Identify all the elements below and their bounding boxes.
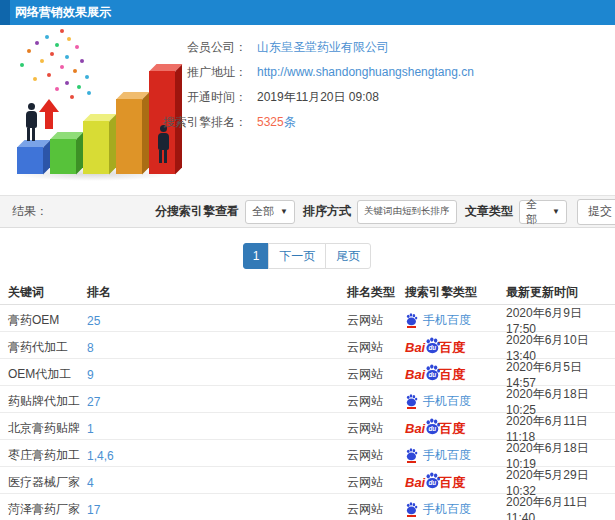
rank-count-label: 搜索引擎排名： — [0, 114, 247, 131]
rank-type-cell: 云网站 — [347, 501, 405, 518]
rank-cell: 8 — [87, 341, 347, 355]
rank-cell: 9 — [87, 368, 347, 382]
mobile-baidu-icon — [405, 394, 418, 409]
caret-down-icon: ▼ — [274, 207, 288, 216]
article-type-label: 文章类型 — [465, 203, 513, 220]
rank-count-unit: 条 — [284, 114, 296, 131]
open-time-label: 开通时间： — [0, 89, 247, 106]
rank-cell: 17 — [87, 503, 347, 517]
table-header-row: 关键词 排名 排名类型 搜索引擎类型 最新更新时间 — [0, 280, 615, 305]
caret-down-icon: ▼ — [450, 207, 458, 216]
keyword-cell: OEM代加工 — [8, 366, 87, 383]
keyword-cell: 枣庄膏药加工 — [8, 447, 87, 464]
table-row: 膏药OEM25云网站手机百度2020年6月9日 17:50 — [0, 305, 615, 332]
updated-cell: 2020年6月11日 11:40 — [506, 494, 615, 520]
rank-type-cell: 云网站 — [347, 447, 405, 464]
promo-url-label: 推广地址： — [0, 64, 247, 81]
rank-cell: 1,4,6 — [87, 449, 347, 463]
open-time-value: 2019年11月20日 09:08 — [257, 89, 379, 106]
rank-link[interactable]: 1,4,6 — [87, 449, 114, 463]
company-label: 会员公司： — [0, 39, 247, 56]
rank-link[interactable]: 4 — [87, 476, 94, 490]
table-row: 药贴牌代加工27云网站手机百度2020年6月18日 10:25 — [0, 386, 615, 413]
rank-link[interactable]: 8 — [87, 341, 94, 355]
filter-bar: 结果： 分搜索引擎查看 全部 ▼ 排序方式 关键词由短到长排序 ▼ 文章类型 全… — [0, 195, 615, 228]
header-updated: 最新更新时间 — [506, 284, 615, 301]
baidu-logo-text: 百度 — [439, 366, 465, 384]
mobile-baidu-label: 手机百度 — [423, 501, 471, 518]
rank-link[interactable]: 9 — [87, 368, 94, 382]
company-link[interactable]: 山东皇圣堂药业有限公司 — [257, 39, 389, 56]
article-type-select-value: 全部 — [526, 197, 546, 227]
mobile-baidu-label: 手机百度 — [423, 447, 471, 464]
caret-down-icon: ▼ — [546, 207, 560, 216]
baidu-logo-bai: Bai — [405, 421, 425, 436]
info-row-rank-count: 搜索引擎排名： 5325 条 — [0, 110, 615, 134]
table-row: 医疗器械厂家4云网站Baidu百度2020年5月29日 10:32 — [0, 467, 615, 494]
baidu-logo-bai: Bai — [405, 367, 425, 382]
submit-button[interactable]: 提交 — [577, 199, 615, 225]
baidu-logo-text: 百度 — [439, 474, 465, 492]
last-page-button[interactable]: 尾页 — [325, 243, 371, 269]
keyword-cell: 医疗器械厂家 — [8, 474, 87, 491]
results-table-body: 膏药OEM25云网站手机百度2020年6月9日 17:50膏药代加工8云网站Ba… — [0, 305, 615, 520]
table-row: OEM代加工9云网站Baidu百度2020年6月5日 14:57 — [0, 359, 615, 386]
keyword-cell: 北京膏药贴牌 — [8, 420, 87, 437]
baidu-logo-bai: Bai — [405, 475, 425, 490]
mobile-baidu-logo: 手机百度 — [405, 312, 506, 329]
header-engine-type: 搜索引擎类型 — [405, 284, 506, 301]
rank-link[interactable]: 1 — [87, 422, 94, 436]
mobile-baidu-label: 手机百度 — [423, 393, 471, 410]
next-page-button[interactable]: 下一页 — [268, 243, 326, 269]
mobile-baidu-logo: 手机百度 — [405, 501, 506, 518]
mobile-baidu-logo: 手机百度 — [405, 393, 506, 410]
rank-type-cell: 云网站 — [347, 366, 405, 383]
mobile-baidu-icon — [405, 448, 418, 463]
info-fields: 会员公司： 山东皇圣堂药业有限公司 推广地址： http://www.shand… — [0, 35, 615, 135]
rank-type-cell: 云网站 — [347, 339, 405, 356]
rank-cell: 25 — [87, 314, 347, 328]
baidu-logo: Baidu百度 — [405, 364, 506, 386]
baidu-paw-icon — [405, 394, 418, 407]
header-rank: 排名 — [87, 284, 347, 301]
page-title: 网络营销效果展示 — [0, 0, 615, 25]
sort-filter-label: 排序方式 — [303, 203, 351, 220]
header-rank-type: 排名类型 — [347, 284, 405, 301]
table-row: 北京膏药贴牌1云网站Baidu百度2020年6月11日 11:18 — [0, 413, 615, 440]
table-row: 膏药代加工8云网站Baidu百度2020年6月10日 13:40 — [0, 332, 615, 359]
rank-link[interactable]: 25 — [87, 314, 100, 328]
baidu-logo: Baidu百度 — [405, 418, 506, 440]
title-bar-accent — [0, 0, 10, 25]
keyword-cell: 药贴牌代加工 — [8, 393, 87, 410]
mobile-baidu-icon — [405, 502, 418, 517]
rank-type-cell: 云网站 — [347, 312, 405, 329]
article-type-select[interactable]: 全部 ▼ — [519, 200, 567, 224]
info-row-url: 推广地址： http://www.shandonghuangshengtang.… — [0, 60, 615, 84]
sort-select[interactable]: 关键词由短到长排序 ▼ — [357, 200, 457, 224]
rank-link[interactable]: 17 — [87, 503, 100, 517]
mobile-baidu-logo: 手机百度 — [405, 447, 506, 464]
page-1-button[interactable]: 1 — [243, 243, 270, 269]
table-row: 菏泽膏药厂家17云网站手机百度2020年6月11日 11:40 — [0, 494, 615, 520]
sort-select-value: 关键词由短到长排序 — [364, 205, 450, 218]
engine-select[interactable]: 全部 ▼ — [245, 200, 295, 224]
chart-bar-blue — [17, 147, 43, 174]
result-label: 结果： — [12, 203, 48, 220]
rank-cell: 4 — [87, 476, 347, 490]
promo-url-link[interactable]: http://www.shandonghuangshengtang.cn — [257, 65, 474, 79]
baidu-paw-icon — [405, 313, 418, 326]
rank-count-value: 5325 — [257, 115, 284, 129]
svg-text:du: du — [429, 425, 437, 432]
rank-link[interactable]: 27 — [87, 395, 100, 409]
svg-text:du: du — [429, 344, 437, 351]
keyword-cell: 膏药OEM — [8, 312, 87, 329]
rank-type-cell: 云网站 — [347, 474, 405, 491]
header-keyword: 关键词 — [8, 284, 87, 301]
mobile-baidu-label: 手机百度 — [423, 312, 471, 329]
keyword-cell: 膏药代加工 — [8, 339, 87, 356]
info-row-company: 会员公司： 山东皇圣堂药业有限公司 — [0, 35, 615, 59]
pagination: 1 下一页 尾页 — [0, 243, 615, 269]
baidu-paw-icon — [405, 448, 418, 461]
rank-type-cell: 云网站 — [347, 420, 405, 437]
rank-cell: 1 — [87, 422, 347, 436]
